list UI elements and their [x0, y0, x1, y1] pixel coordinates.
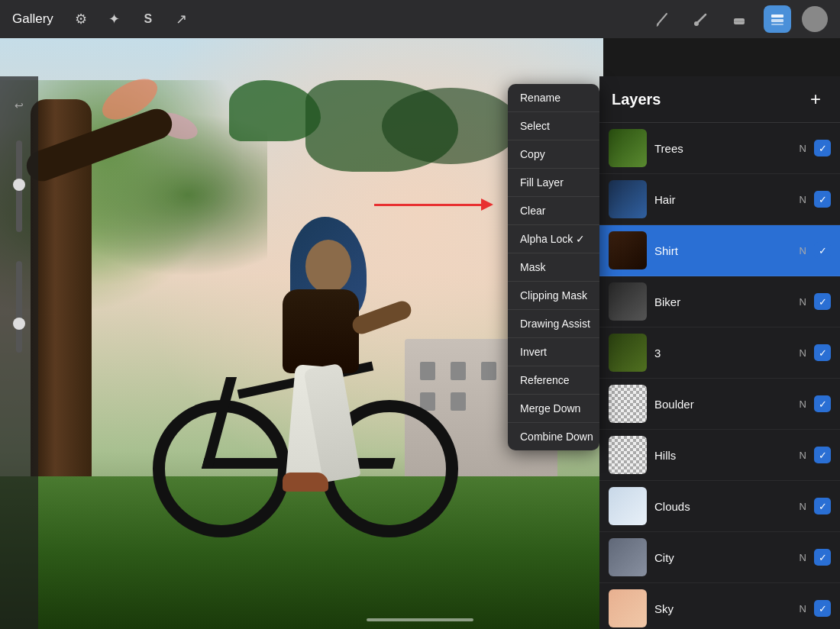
canvas-area: ↩ RenameSelectCopyFill LayerClearAlpha L…: [0, 38, 840, 629]
context-menu: RenameSelectCopyFill LayerClearAlpha Loc…: [508, 84, 599, 450]
opacity-knob[interactable]: [13, 318, 25, 330]
layer-name-hills: Hills: [654, 449, 800, 462]
layer-visibility-checkbox[interactable]: [814, 293, 831, 310]
layer-thumbnail-shirt: [609, 231, 647, 269]
adjust-icon[interactable]: ✦: [102, 7, 127, 31]
letter-s-icon[interactable]: S: [136, 7, 160, 31]
layer-thumbnail-hair: [609, 180, 647, 218]
layer-blend-mode[interactable]: N: [800, 245, 806, 256]
opacity-slider[interactable]: [16, 261, 22, 353]
layer-name-boulder: Boulder: [654, 398, 800, 411]
layer-name-biker: Biker: [654, 295, 800, 308]
rider-head: [305, 240, 351, 293]
layer-visibility-checkbox[interactable]: [814, 395, 831, 412]
layer-thumbnail-3: [609, 334, 647, 372]
layer-thumbnail-biker: [609, 282, 647, 321]
smudge-tool-button[interactable]: [687, 5, 715, 33]
context-menu-item-clear[interactable]: Clear: [508, 197, 599, 225]
layer-name-clouds: Clouds: [654, 500, 800, 513]
layer-name-trees: Trees: [654, 142, 800, 155]
arrow-right-icon[interactable]: ↗: [170, 7, 194, 31]
home-indicator: [367, 618, 473, 621]
toolbar-right: [649, 5, 828, 33]
layer-item-biker[interactable]: BikerN: [599, 276, 840, 327]
layer-blend-mode[interactable]: N: [800, 296, 806, 308]
layer-blend-mode[interactable]: N: [800, 552, 806, 563]
context-menu-item-merge-down[interactable]: Merge Down: [508, 395, 599, 423]
layer-item-shirt[interactable]: ShirtN: [599, 225, 840, 276]
layer-item-boulder[interactable]: BoulderN: [599, 379, 840, 430]
layer-visibility-checkbox[interactable]: [814, 447, 831, 463]
layer-blend-mode[interactable]: N: [800, 603, 806, 614]
layers-panel: Layers + TreesNHairNShirtNBikerN3NBoulde…: [599, 76, 840, 629]
top-toolbar: Gallery ⚙ ✦ S ↗: [0, 0, 840, 38]
eraser-tool-button[interactable]: [725, 5, 753, 33]
context-menu-item-alpha-lock-[interactable]: Alpha Lock ✓: [508, 225, 599, 253]
layer-item-clouds[interactable]: CloudsN: [599, 481, 840, 532]
layer-item-hair[interactable]: HairN: [599, 174, 840, 225]
context-menu-item-reference[interactable]: Reference: [508, 366, 599, 395]
context-menu-item-combine-down[interactable]: Combine Down: [508, 423, 599, 450]
layer-blend-mode[interactable]: N: [800, 347, 806, 359]
alpha-lock-arrow: [374, 198, 493, 211]
context-menu-item-copy[interactable]: Copy: [508, 140, 599, 169]
layer-thumbnail-trees: [609, 129, 647, 167]
context-menu-item-drawing-assist[interactable]: Drawing Assist: [508, 310, 599, 338]
layer-visibility-checkbox[interactable]: [814, 344, 831, 361]
toolbar-left-icons: ⚙ ✦ S ↗: [69, 7, 194, 31]
layer-blend-mode[interactable]: N: [800, 194, 806, 205]
layer-blend-mode[interactable]: N: [800, 398, 806, 410]
arrow-head: [481, 198, 493, 211]
layer-item-city[interactable]: CityN: [599, 532, 840, 583]
rider: [267, 217, 405, 492]
building-window-3: [481, 362, 496, 380]
undo-button[interactable]: ↩: [5, 92, 33, 119]
layer-thumbnail-clouds: [609, 487, 647, 525]
layers-tool-button[interactable]: [764, 5, 791, 33]
left-sidebar: ↩: [0, 76, 38, 629]
svg-rect-2: [771, 15, 783, 18]
rider-shirt: [283, 289, 359, 373]
brush-tool-button[interactable]: [649, 5, 677, 33]
layer-visibility-checkbox[interactable]: [814, 600, 831, 617]
arrow-line: [374, 204, 481, 206]
layer-thumbnail-sky: [609, 589, 647, 627]
svg-rect-4: [771, 24, 783, 25]
wrench-icon[interactable]: ⚙: [69, 7, 93, 31]
leaf-dark-3: [382, 88, 519, 164]
layer-visibility-checkbox[interactable]: [814, 549, 831, 566]
layer-blend-mode[interactable]: N: [800, 501, 806, 512]
context-menu-item-clipping-mask[interactable]: Clipping Mask: [508, 282, 599, 310]
context-menu-item-rename[interactable]: Rename: [508, 84, 599, 112]
layer-name-city: City: [654, 551, 800, 564]
layer-thumbnail-city: [609, 538, 647, 576]
svg-rect-3: [771, 19, 783, 22]
layer-name-shirt: Shirt: [654, 244, 800, 257]
user-avatar[interactable]: [802, 6, 828, 32]
layer-item-trees[interactable]: TreesN: [599, 123, 840, 174]
layer-blend-mode[interactable]: N: [800, 450, 806, 461]
context-menu-item-invert[interactable]: Invert: [508, 338, 599, 366]
brush-size-slider[interactable]: [16, 140, 22, 232]
layer-name-3: 3: [654, 347, 800, 360]
context-menu-item-select[interactable]: Select: [508, 112, 599, 140]
gallery-button[interactable]: Gallery: [12, 11, 53, 27]
layer-visibility-checkbox[interactable]: [814, 242, 831, 259]
context-menu-item-fill-layer[interactable]: Fill Layer: [508, 169, 599, 197]
layers-title: Layers: [612, 91, 803, 108]
layer-item-hills[interactable]: HillsN: [599, 430, 840, 481]
layer-item-3[interactable]: 3N: [599, 327, 840, 379]
layer-name-sky: Sky: [654, 602, 800, 615]
add-layer-button[interactable]: +: [803, 87, 828, 111]
layers-header: Layers +: [599, 76, 840, 123]
layer-visibility-checkbox[interactable]: [814, 498, 831, 514]
layer-item-sky[interactable]: SkyN: [599, 583, 840, 629]
brush-size-knob[interactable]: [13, 179, 25, 191]
svg-point-0: [694, 21, 699, 26]
layer-blend-mode[interactable]: N: [800, 143, 806, 154]
context-menu-item-mask[interactable]: Mask: [508, 253, 599, 282]
layer-visibility-checkbox[interactable]: [814, 140, 831, 156]
layer-visibility-checkbox[interactable]: [814, 191, 831, 208]
rider-shoe: [283, 473, 328, 492]
layer-thumbnail-hills: [609, 436, 647, 474]
